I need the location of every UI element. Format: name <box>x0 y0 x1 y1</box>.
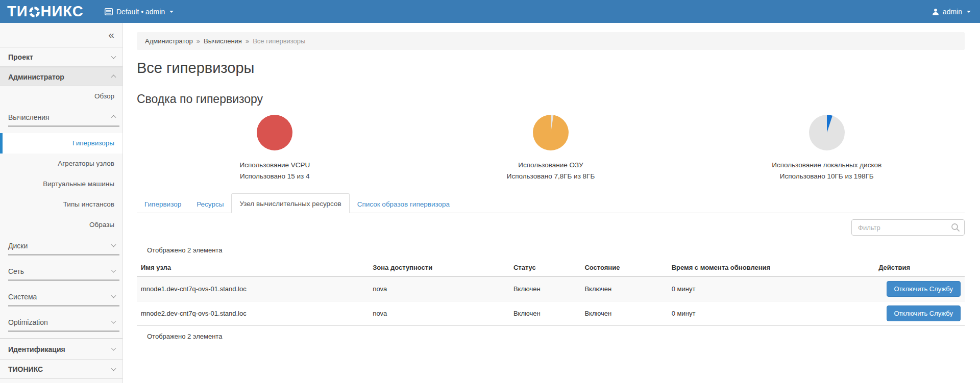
table-row: mnode1.dev-cnt7q-ovs-01.stand.loc nova В… <box>137 277 965 301</box>
search-button[interactable] <box>951 223 960 232</box>
table-row: mnode2.dev-cnt7q-ovs-01.stand.loc nova В… <box>137 301 965 326</box>
sidebar-item-images-label: Образы <box>89 221 114 228</box>
sidebar-panel-identity[interactable]: Идентификация <box>0 338 122 360</box>
column-header-time-since-update[interactable]: Время с момента обновления <box>668 259 875 277</box>
breadcrumb-admin-link[interactable]: Администратор <box>145 37 193 45</box>
summary-heading: Сводка по гипервизору <box>137 92 965 106</box>
brand-o-icon <box>29 7 40 17</box>
sidebar-item-host-aggregates-label: Агрегаторы узлов <box>58 160 114 167</box>
user-menu[interactable]: admin <box>932 8 971 16</box>
cell-status: Включен <box>509 301 580 326</box>
sidebar-item-flavors[interactable]: Типы инстансов <box>0 194 122 215</box>
tab-compute-host[interactable]: Узел вычислительных ресурсов <box>231 193 349 213</box>
chevron-down-icon <box>111 54 116 59</box>
vcpu-usage-pie-chart <box>257 115 292 150</box>
tab-hypervisor[interactable]: Гипервизор <box>137 196 189 213</box>
sidebar-item-host-aggregates[interactable]: Агрегаторы узлов <box>0 154 122 174</box>
sidebar-item-hypervisors[interactable]: Гипервизоры <box>0 133 122 154</box>
sidebar-collapse-button[interactable]: « <box>0 23 122 47</box>
cell-availability-zone: nova <box>369 301 509 326</box>
breadcrumb-current: Все гипервизоры <box>253 37 305 45</box>
vcpu-usage-label: Использование VCPU <box>137 161 413 169</box>
sidebar-group-compute[interactable]: Вычисления <box>8 108 119 127</box>
chevron-down-icon <box>111 346 116 351</box>
column-header-state[interactable]: Состояние <box>580 259 667 277</box>
table-header-row: Имя узла Зона доступности Статус Состоян… <box>137 259 965 277</box>
sidebar-group-optimization-label: Optimization <box>8 318 48 326</box>
disable-service-button[interactable]: Отключить Службу <box>887 281 961 297</box>
filter-box <box>851 219 965 236</box>
project-switcher[interactable]: Default • admin <box>105 8 174 16</box>
sidebar-item-instances[interactable]: Виртуальные машины <box>0 174 122 194</box>
sidebar-panel-project[interactable]: Проект <box>0 47 122 67</box>
collapse-double-chevron-icon: « <box>108 29 114 40</box>
chevron-down-icon <box>111 242 116 247</box>
projects-list-icon <box>105 8 113 15</box>
breadcrumb-separator: » <box>246 37 249 45</box>
column-header-host-name[interactable]: Имя узла <box>137 259 369 277</box>
sidebar-group-network[interactable]: Сеть <box>8 262 119 281</box>
brand-logo[interactable]: ТИНИКС <box>0 3 105 20</box>
cell-state: Включен <box>580 301 667 326</box>
sidebar-panel-tionix-label: ТИОНИКС <box>8 365 43 373</box>
sidebar-group-optimization[interactable]: Optimization <box>8 313 119 332</box>
sidebar-item-images[interactable]: Образы <box>0 215 122 235</box>
project-switcher-label: Default • admin <box>116 8 165 16</box>
cell-actions: Отключить Службу <box>874 301 965 326</box>
ram-usage-pie-chart <box>533 115 569 150</box>
disk-usage-value: Использовано 10ГБ из 198ГБ <box>689 172 965 180</box>
user-menu-label: admin <box>943 8 962 16</box>
sidebar-group-compute-label: Вычисления <box>8 113 50 121</box>
disk-usage-pie-chart <box>809 115 845 150</box>
sidebar-panel-admin[interactable]: Администратор <box>0 67 122 86</box>
sidebar-item-hypervisors-label: Гипервизоры <box>72 139 114 147</box>
disk-usage-panel: Использование локальных дисков Использов… <box>689 115 965 180</box>
column-header-status[interactable]: Статус <box>509 259 580 277</box>
column-header-actions: Действия <box>874 259 965 277</box>
sidebar-group-volumes[interactable]: Диски <box>8 236 119 256</box>
cell-host-name: mnode2.dev-cnt7q-ovs-01.stand.loc <box>137 301 369 326</box>
chevron-up-icon <box>111 74 116 80</box>
compute-hosts-table: Имя узла Зона доступности Статус Состоян… <box>137 259 965 326</box>
ram-usage-label: Использование ОЗУ <box>413 161 689 169</box>
topbar: ТИНИКС Default • admin admin <box>0 0 980 23</box>
chevron-down-icon <box>111 293 116 298</box>
filter-input[interactable] <box>851 219 965 236</box>
cell-time-since-update: 0 минут <box>668 301 875 326</box>
items-count-top: Отображено 2 элемента <box>147 246 965 254</box>
search-icon <box>951 223 960 232</box>
cell-status: Включен <box>509 277 580 301</box>
cell-time-since-update: 0 минут <box>668 277 875 301</box>
sidebar: « Проект Администратор Обзор Вычисления … <box>0 23 123 383</box>
page-title: Все гипервизоры <box>137 60 965 76</box>
caret-down-icon <box>967 11 971 13</box>
breadcrumb: Администратор»Вычисления»Все гипервизоры <box>137 32 965 50</box>
vcpu-usage-panel: Использование VCPU Использовано 15 из 4 <box>137 115 413 180</box>
chevron-down-icon <box>111 366 116 371</box>
chevron-up-icon <box>111 115 116 120</box>
sidebar-item-overview[interactable]: Обзор <box>0 86 122 107</box>
sidebar-item-instances-label: Виртуальные машины <box>43 180 114 188</box>
main-content: Администратор»Вычисления»Все гипервизоры… <box>123 23 980 383</box>
tab-resources[interactable]: Ресурсы <box>189 196 231 213</box>
vcpu-usage-value: Использовано 15 из 4 <box>137 172 413 180</box>
tab-bar: Гипервизор Ресурсы Узел вычислительных р… <box>137 193 965 213</box>
sidebar-group-network-label: Сеть <box>8 267 24 275</box>
sidebar-group-system[interactable]: Система <box>8 287 119 307</box>
sidebar-item-flavors-label: Типы инстансов <box>63 200 114 208</box>
filter-row <box>137 219 965 236</box>
breadcrumb-compute-link[interactable]: Вычисления <box>204 37 242 45</box>
sidebar-item-overview-label: Обзор <box>94 92 114 100</box>
ram-usage-value: Использовано 7,8ГБ из 8ГБ <box>413 172 689 180</box>
brand-text-right: НИКС <box>41 3 84 20</box>
cell-state: Включен <box>580 277 667 301</box>
sidebar-panel-identity-label: Идентификация <box>8 345 65 353</box>
ram-usage-panel: Использование ОЗУ Использовано 7,8ГБ из … <box>413 115 689 180</box>
user-icon <box>932 8 939 15</box>
disable-service-button[interactable]: Отключить Службу <box>887 305 961 321</box>
tab-hypervisor-images[interactable]: Список образов гипервизора <box>350 196 457 213</box>
caret-down-icon <box>169 11 174 13</box>
column-header-availability-zone[interactable]: Зона доступности <box>369 259 509 277</box>
sidebar-panel-tionix[interactable]: ТИОНИКС <box>0 360 122 379</box>
sidebar-panel-project-label: Проект <box>8 53 33 61</box>
